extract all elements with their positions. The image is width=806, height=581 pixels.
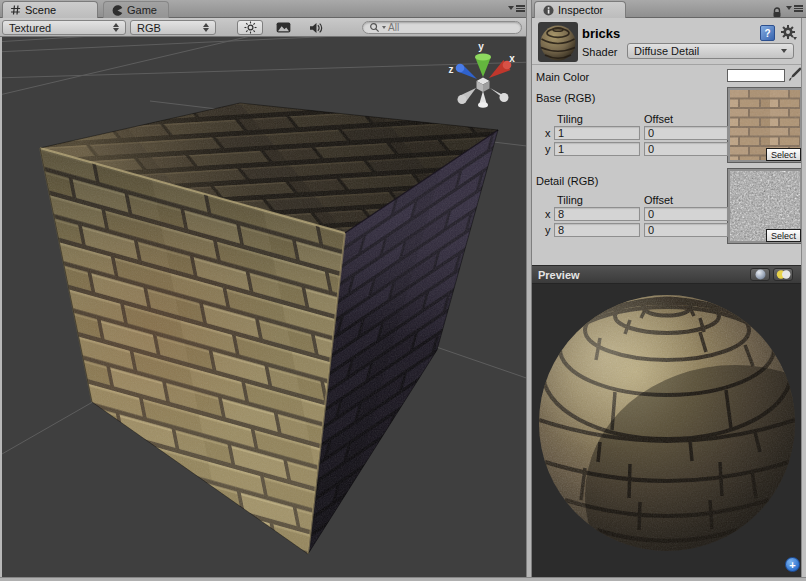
help-button[interactable]: ? xyxy=(760,25,775,41)
shader-dropdown[interactable]: Diffuse Detail xyxy=(627,43,794,59)
tab-scene-label: Scene xyxy=(25,4,56,16)
base-offset-header: Offset xyxy=(644,113,673,125)
preview-mesh-button[interactable] xyxy=(750,268,770,281)
two-lights-icon xyxy=(776,269,791,280)
base-x-label: x xyxy=(545,127,551,139)
inspector-tabbar: Inspector xyxy=(532,0,806,18)
updown-arrows-icon xyxy=(113,23,119,32)
scene-3d-view: y x z xyxy=(2,37,527,577)
detail-offset-x-field[interactable] xyxy=(644,207,728,221)
base-tiling-y-field[interactable] xyxy=(554,142,640,156)
material-preview-thumbnail[interactable] xyxy=(538,22,578,62)
tab-game-label: Game xyxy=(127,4,157,16)
detail-tiling-header: Tiling xyxy=(557,194,583,206)
channel-mode-dropdown[interactable]: RGB xyxy=(130,20,216,35)
window-right-edge xyxy=(801,18,806,577)
lock-icon xyxy=(772,7,782,18)
panel-divider[interactable] xyxy=(526,0,532,577)
preview-viewport[interactable] xyxy=(532,284,801,577)
inspector-menu-button[interactable] xyxy=(786,5,803,12)
preview-sphere xyxy=(532,284,801,577)
preview-title: Preview xyxy=(538,269,580,281)
scene-panel-menu-button[interactable] xyxy=(508,5,525,12)
detail-y-label: y xyxy=(545,224,551,236)
scene-toolbar: Textured RGB xyxy=(0,18,527,37)
gizmo-x-label[interactable]: x xyxy=(509,53,515,64)
scene-search-field[interactable]: All xyxy=(362,21,522,34)
base-tiling-x-field[interactable] xyxy=(554,126,640,140)
header-separator xyxy=(532,64,801,65)
detail-offset-y-field[interactable] xyxy=(644,223,728,237)
tab-inspector[interactable]: Inspector xyxy=(534,1,626,18)
speaker-icon xyxy=(309,22,323,34)
shader-label: Shader xyxy=(582,46,617,58)
preview-header[interactable]: Preview xyxy=(532,265,801,284)
gear-icon xyxy=(780,24,798,42)
scene-audio-toggle[interactable] xyxy=(303,20,329,35)
chevron-down-icon xyxy=(786,6,792,10)
help-glyph: ? xyxy=(764,28,770,39)
scene-viewport[interactable]: y x z xyxy=(0,37,527,577)
gizmo-y-label[interactable]: y xyxy=(478,41,484,52)
main-color-label: Main Color xyxy=(536,71,589,83)
base-y-label: y xyxy=(545,143,551,155)
base-texture-thumbnail[interactable]: Select xyxy=(728,88,802,162)
unity-editor-window: Scene Game Textured RGB xyxy=(0,0,806,581)
scene-fx-toggle[interactable] xyxy=(270,20,296,35)
tab-scene[interactable]: Scene xyxy=(2,1,98,18)
detail-section-title: Detail (RGB) xyxy=(536,175,598,187)
brick-cube[interactable] xyxy=(2,37,527,577)
shader-value: Diffuse Detail xyxy=(634,45,699,57)
material-name: bricks xyxy=(582,26,620,41)
search-icon xyxy=(369,22,380,33)
detail-select-button[interactable]: Select xyxy=(766,229,801,242)
base-select-button[interactable]: Select xyxy=(766,148,801,161)
chevron-down-icon xyxy=(781,49,787,53)
detail-texture-thumbnail[interactable]: Select xyxy=(728,169,802,243)
game-icon xyxy=(112,5,123,16)
base-tiling-header: Tiling xyxy=(557,113,583,125)
base-offset-y-field[interactable] xyxy=(644,142,728,156)
base-offset-x-field[interactable] xyxy=(644,126,728,140)
chevron-down-icon xyxy=(508,6,514,10)
sun-icon xyxy=(244,21,257,34)
channel-mode-value: RGB xyxy=(137,22,161,34)
menu-icon xyxy=(516,5,525,12)
search-filter-caret-icon xyxy=(382,26,386,29)
scene-grid-icon xyxy=(11,5,21,15)
main-color-swatch[interactable] xyxy=(727,69,785,82)
eyedropper-button[interactable] xyxy=(788,66,802,86)
detail-tiling-y-field[interactable] xyxy=(554,223,640,237)
detail-offset-header: Offset xyxy=(644,194,673,206)
sphere-icon xyxy=(755,269,766,280)
preview-zoom-button[interactable]: + xyxy=(785,557,800,572)
gizmo-z-label[interactable]: z xyxy=(449,64,454,75)
scene-tabbar: Scene Game xyxy=(0,0,527,18)
menu-icon xyxy=(794,5,803,12)
eyedropper-icon xyxy=(788,66,802,82)
detail-tiling-x-field[interactable] xyxy=(554,207,640,221)
tab-game[interactable]: Game xyxy=(103,1,169,18)
image-icon xyxy=(276,22,291,33)
base-section-title: Base (RGB) xyxy=(536,92,595,104)
render-mode-value: Textured xyxy=(9,22,51,34)
search-placeholder: All xyxy=(388,22,399,33)
scene-orientation-gizmo[interactable]: y x z xyxy=(449,41,516,108)
preview-light-toggle[interactable] xyxy=(773,268,793,281)
info-icon xyxy=(543,5,554,16)
scene-lighting-toggle[interactable] xyxy=(237,20,263,35)
render-mode-dropdown[interactable]: Textured xyxy=(2,20,126,35)
detail-x-label: x xyxy=(545,208,551,220)
updown-arrows-icon xyxy=(203,23,209,32)
window-bottom-edge xyxy=(0,577,806,581)
tab-inspector-label: Inspector xyxy=(558,4,603,16)
